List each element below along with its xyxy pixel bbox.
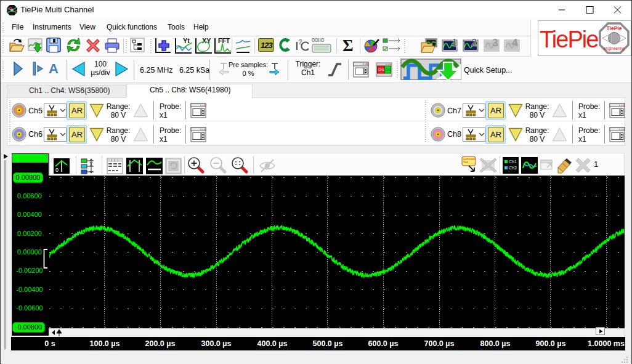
svg-text:XY: XY (202, 37, 211, 44)
svg-text:Yt: Yt (183, 37, 190, 44)
svg-text:123: 123 (261, 41, 273, 50)
svg-text:TiePie: TiePie (607, 25, 622, 31)
svg-text:2: 2 (471, 37, 477, 49)
svg-text:engineering: engineering (604, 46, 625, 51)
svg-text:CH1: CH1 (378, 68, 384, 71)
svg-text:1: 1 (452, 37, 457, 49)
svg-text:3: 3 (492, 37, 498, 49)
svg-text:Σ: Σ (342, 36, 354, 55)
svg-text:Text: Text (463, 161, 469, 164)
svg-text:0: 0 (55, 167, 59, 173)
svg-text:Ch1: Ch1 (509, 160, 517, 164)
svg-text:CH2: CH2 (386, 68, 392, 71)
svg-text:00II0: 00II0 (312, 37, 324, 43)
svg-text:FFT: FFT (218, 37, 230, 44)
svg-text:4: 4 (512, 37, 518, 49)
svg-text:Ch2: Ch2 (509, 166, 517, 170)
